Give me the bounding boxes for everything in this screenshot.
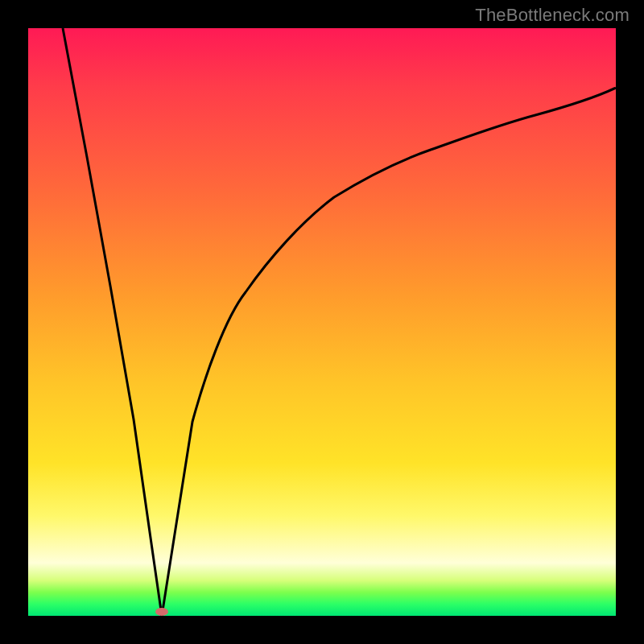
bottleneck-curve: [28, 28, 616, 616]
plot-frame: [28, 28, 616, 616]
curve-right-branch: [162, 88, 616, 616]
curve-left-branch: [63, 28, 162, 616]
minimum-marker: [155, 608, 168, 616]
watermark-text: TheBottleneck.com: [475, 5, 630, 26]
